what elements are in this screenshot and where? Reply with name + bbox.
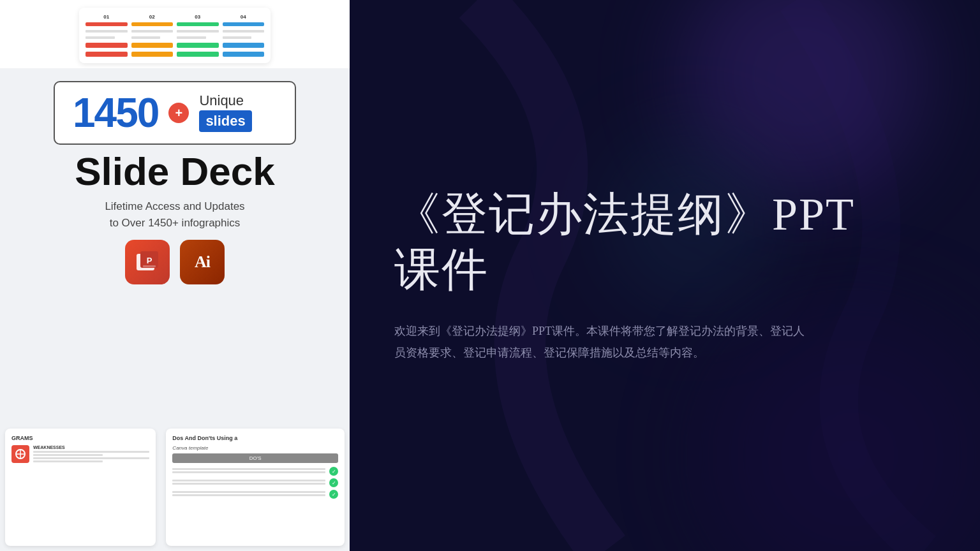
slide-col-1: 01: [85, 14, 128, 39]
slide-col-4: 04: [223, 14, 265, 39]
col-text-1b: [85, 36, 115, 39]
label-blue: [223, 43, 265, 48]
col-text-1: [85, 30, 128, 33]
badge-slides-label: slides: [199, 110, 251, 133]
dos-header: DO'S: [172, 453, 338, 463]
col-title-bar-3: [177, 22, 219, 26]
col-title-bar-4: [223, 22, 265, 26]
dos-text-lines-1: [172, 468, 325, 474]
label-green-2: [177, 52, 219, 57]
powerpoint-icon: P: [125, 240, 170, 284]
bottom-left-section-label: GRAMS: [11, 435, 149, 441]
gram-lines: [33, 451, 149, 462]
check-icon-3: ✓: [329, 490, 338, 499]
right-panel: 《登记办法提纲》PPT课件 欢迎来到《登记办法提纲》PPT课件。本课件将带您了解…: [350, 0, 980, 551]
gram-line-2: [33, 454, 103, 456]
check-icon-2: ✓: [329, 478, 338, 487]
bottom-strip: GRAMS WEAKNESSES: [0, 423, 350, 551]
col-num-3: 03: [177, 14, 219, 20]
label-blue-2: [223, 52, 265, 57]
slide-preview-top: 01 02 03 04: [0, 0, 350, 68]
svg-text:P: P: [147, 256, 152, 265]
gram-line-1: [33, 451, 149, 453]
right-main-title: 《登记办法提纲》PPT课件: [394, 187, 879, 297]
dos-text-lines-3: [172, 491, 325, 497]
left-panel: 01 02 03 04: [0, 0, 350, 551]
gram-label: WEAKNESSES: [33, 445, 149, 450]
slide-deck-title: Slide Deck: [75, 150, 275, 193]
col-text-2b: [131, 36, 161, 39]
col-text-4b: [223, 36, 252, 39]
gram-line-4: [33, 460, 103, 462]
slide-col-3: 03: [177, 14, 219, 39]
badge-number: 1450: [73, 92, 158, 133]
right-description: 欢迎来到《登记办法提纲》PPT课件。本课件将带您了解登记办法的背景、登记人员资格…: [394, 320, 815, 364]
label-green: [177, 43, 219, 48]
check-icon-1: ✓: [329, 467, 338, 476]
ai-icon-text: Ai: [195, 253, 210, 271]
label-yellow: [131, 43, 174, 48]
dos-line-3b: [172, 494, 325, 496]
ppt-svg-icon: P: [134, 249, 161, 276]
label-yellow-2: [131, 52, 174, 57]
dos-line-2a: [172, 480, 325, 481]
dos-row-2: ✓: [172, 478, 338, 487]
badge-text-col: Unique slides: [199, 94, 251, 133]
col-text-4: [223, 30, 265, 33]
col-num-1: 01: [85, 14, 128, 20]
col-title-bar-1: [85, 22, 128, 26]
dos-line-1b: [172, 471, 325, 473]
dos-line-2b: [172, 483, 325, 485]
subtitle-text: Lifetime Access and Updatesto Over 1450+…: [105, 198, 244, 231]
badge-plus: +: [168, 103, 189, 123]
label-red-2: [85, 52, 128, 57]
label-red: [85, 43, 128, 48]
col-num-2: 02: [131, 14, 174, 20]
col-text-3b: [177, 36, 206, 39]
col-title-bar-2: [131, 22, 174, 26]
main-content: 1450 + Unique slides Slide Deck Lifetime…: [0, 68, 350, 297]
dos-line-3a: [172, 491, 325, 493]
gram-item-1: WEAKNESSES: [11, 445, 149, 463]
slide-row-labels: [85, 43, 264, 48]
bottom-right-title: Dos And Don'ts Using a: [172, 435, 338, 441]
gram-icon-svg: [14, 448, 27, 460]
right-content: 《登记办法提纲》PPT课件 欢迎来到《登记办法提纲》PPT课件。本课件将带您了解…: [394, 187, 879, 364]
plus-circle-icon: +: [168, 103, 189, 123]
badge-box: 1450 + Unique slides: [54, 81, 296, 145]
dos-row-3: ✓: [172, 490, 338, 499]
dos-line-1a: [172, 468, 325, 470]
slide-row-labels-2: [85, 52, 264, 57]
slide-col-2: 02: [131, 14, 174, 39]
dos-title-text: Canva template: [172, 445, 338, 451]
dos-row-1: ✓: [172, 467, 338, 476]
icons-row: P Ai: [125, 240, 225, 284]
svg-rect-3: [143, 265, 156, 267]
gram-text-col: WEAKNESSES: [33, 445, 149, 462]
illustrator-icon: Ai: [180, 240, 225, 284]
gram-line-3: [33, 457, 149, 459]
col-text-3: [177, 30, 219, 33]
dos-text-lines-2: [172, 480, 325, 486]
slide-grid: 01 02 03 04: [79, 8, 271, 63]
col-text-2: [131, 30, 174, 33]
bottom-right-card: Dos And Don'ts Using a Canva template DO…: [166, 429, 345, 546]
badge-unique-label: Unique: [199, 94, 251, 108]
gram-icon-box: [11, 445, 29, 463]
col-num-4: 04: [223, 14, 265, 20]
bottom-left-card: GRAMS WEAKNESSES: [5, 429, 156, 546]
